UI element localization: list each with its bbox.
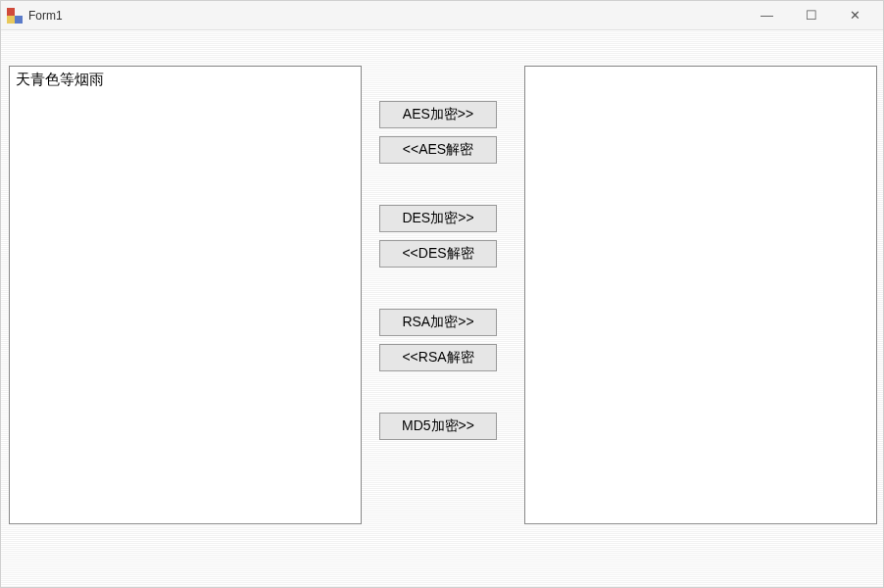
maximize-button[interactable]: ☐	[789, 2, 833, 29]
des-encrypt-button[interactable]: DES加密>>	[379, 205, 497, 232]
output-textbox[interactable]	[524, 66, 877, 524]
window-controls: — ☐ ✕	[745, 2, 877, 29]
rsa-encrypt-button[interactable]: RSA加密>>	[379, 309, 497, 336]
md5-encrypt-button[interactable]: MD5加密>>	[379, 413, 497, 440]
app-window: Form1 — ☐ ✕ AES加密>> <<AES解密 DES加密>> <<DE…	[0, 0, 884, 588]
window-title: Form1	[28, 9, 745, 23]
close-button[interactable]: ✕	[833, 2, 877, 29]
aes-encrypt-button[interactable]: AES加密>>	[379, 101, 497, 128]
des-decrypt-button[interactable]: <<DES解密	[379, 240, 497, 268]
client-area: AES加密>> <<AES解密 DES加密>> <<DES解密 RSA加密>> …	[1, 30, 883, 587]
minimize-button[interactable]: —	[745, 2, 789, 29]
input-textbox[interactable]	[9, 66, 362, 524]
app-icon	[7, 8, 23, 24]
rsa-decrypt-button[interactable]: <<RSA解密	[379, 344, 497, 371]
aes-decrypt-button[interactable]: <<AES解密	[379, 136, 497, 164]
titlebar: Form1 — ☐ ✕	[1, 1, 883, 30]
button-column: AES加密>> <<AES解密 DES加密>> <<DES解密 RSA加密>> …	[379, 101, 507, 448]
